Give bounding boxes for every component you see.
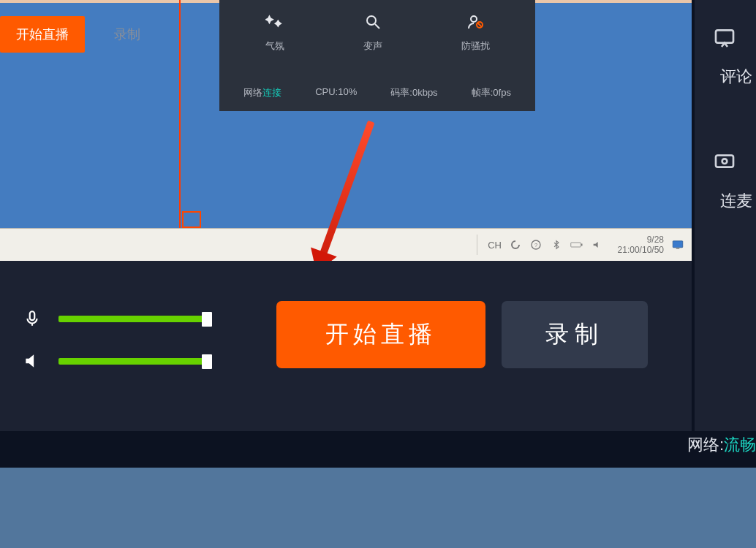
status-panel: 气氛 变声 防骚扰 网络连接 CPU:10% 码率:0kbps 帧率:0fps xyxy=(219,0,535,111)
record-button[interactable]: 录制 xyxy=(502,301,648,368)
mic-volume-slider[interactable] xyxy=(58,316,206,322)
bitrate: 码率:0kbps xyxy=(390,86,437,99)
svg-point-8 xyxy=(471,16,477,22)
svg-rect-2 xyxy=(571,243,581,247)
bluetooth-tray-icon xyxy=(550,238,563,251)
speaker-volume-slider[interactable] xyxy=(58,358,206,365)
right-sidebar: 评论 连麦 xyxy=(692,0,756,431)
svg-rect-5 xyxy=(676,248,680,250)
sidebar-label-costream: 连麦 xyxy=(720,190,752,212)
taskbar: CH ? 9/2821:00/10/50 xyxy=(0,228,692,261)
record-button-small[interactable]: 录制 xyxy=(98,16,156,53)
start-live-button-small[interactable]: 开始直播 xyxy=(0,16,85,53)
voice-change-tool[interactable]: 变声 xyxy=(363,12,383,53)
svg-rect-13 xyxy=(716,156,733,167)
atmosphere-tool[interactable]: 气氛 xyxy=(265,12,285,53)
monitor-tray-icon xyxy=(671,238,684,251)
co-stream-icon[interactable] xyxy=(713,151,738,175)
background-band xyxy=(0,468,756,548)
slider-handle[interactable] xyxy=(202,354,212,369)
svg-text:?: ? xyxy=(534,242,537,248)
svg-rect-4 xyxy=(673,241,683,248)
comment-icon[interactable] xyxy=(713,26,738,51)
svg-line-7 xyxy=(375,24,379,28)
speaker-icon[interactable] xyxy=(22,351,42,371)
network-status: 网络:流畅 xyxy=(687,431,756,459)
user-block-icon xyxy=(465,12,485,32)
slider-handle[interactable] xyxy=(202,312,212,327)
fps: 帧率:0fps xyxy=(472,86,511,99)
svg-rect-12 xyxy=(716,30,733,42)
tray-clock: 9/2821:00/10/50 xyxy=(611,235,664,255)
start-live-button[interactable]: 开始直播 xyxy=(276,301,485,368)
network-tray-icon xyxy=(509,238,522,251)
battery-tray-icon xyxy=(570,238,583,251)
svg-rect-11 xyxy=(30,311,35,320)
magnifier-icon xyxy=(363,12,383,32)
svg-point-6 xyxy=(367,16,376,25)
control-bar: 开始直播 录制 xyxy=(0,261,692,431)
anti-harass-tool[interactable]: 防骚扰 xyxy=(461,12,490,53)
cpu-usage: CPU:10% xyxy=(315,86,357,99)
volume-tray-icon xyxy=(591,238,604,251)
sparkle-icon xyxy=(265,12,285,32)
sidebar-label-comment: 评论 xyxy=(720,66,752,88)
network-status-mini: 网络连接 xyxy=(243,86,281,99)
svg-rect-3 xyxy=(581,244,583,246)
svg-point-14 xyxy=(722,159,727,164)
help-tray-icon: ? xyxy=(529,238,543,251)
guide-line xyxy=(179,0,181,228)
selection-marker xyxy=(182,211,201,228)
ime-indicator: CH xyxy=(488,240,502,251)
mic-icon[interactable] xyxy=(22,308,42,329)
svg-line-10 xyxy=(477,23,482,27)
